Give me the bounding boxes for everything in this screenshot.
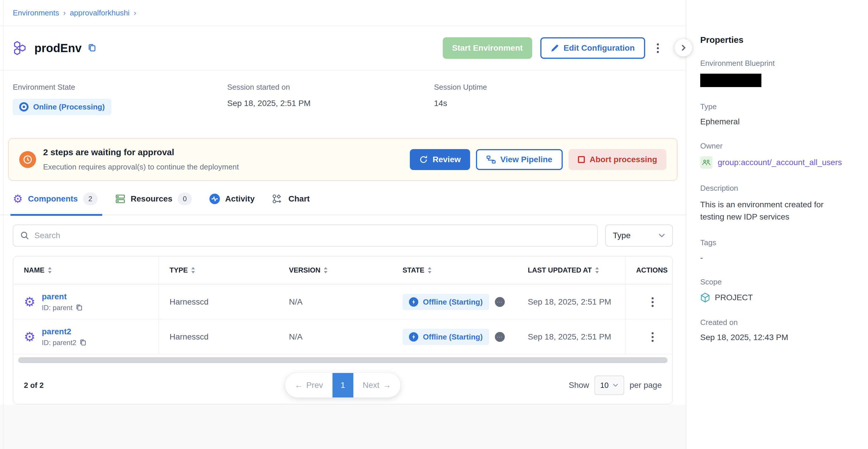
collapse-panel-button[interactable]: [675, 39, 692, 57]
arrow-right-icon: →: [383, 381, 391, 390]
table-header-row: NAME TYPE VERSION STATE: [13, 257, 672, 285]
type-filter-dropdown[interactable]: Type: [605, 224, 673, 247]
environment-hexagons-icon: [13, 40, 29, 56]
stop-icon: [578, 156, 585, 163]
blueprint-label: Environment Blueprint: [700, 59, 856, 68]
blueprint-value-redacted: [700, 74, 762, 87]
main-bottom-spacer: [0, 405, 686, 449]
table-row: ⚙ parent2 ID: parent2 Harnesscd N/A: [13, 319, 672, 354]
component-last-updated: Sep 18, 2025, 2:51 PM: [517, 285, 625, 319]
environment-meta: Environment State Online (Processing) Se…: [0, 70, 686, 138]
table-row: ⚙ parent ID: parent Harnesscd N/A: [13, 285, 672, 319]
search-icon: [21, 231, 29, 240]
view-pipeline-button[interactable]: View Pipeline: [476, 149, 563, 170]
environment-state-badge: Online (Processing): [13, 99, 111, 115]
horizontal-scrollbar[interactable]: [18, 357, 668, 363]
sort-icon: [48, 267, 52, 274]
next-page-button[interactable]: Next →: [353, 373, 401, 397]
owner-group-link[interactable]: group:account/_account_all_users: [718, 158, 842, 167]
chevron-down-icon: [613, 383, 618, 387]
state-loading-icon: ...: [495, 332, 505, 342]
edit-configuration-button[interactable]: Edit Configuration: [540, 37, 645, 59]
breadcrumb-approvalforkhushi[interactable]: approvalforkhushi: [70, 8, 130, 18]
tab-components[interactable]: ⚙ Components 2: [13, 192, 98, 215]
tags-value: -: [700, 253, 856, 262]
pipeline-icon: [487, 156, 496, 164]
header-kebab-menu[interactable]: [653, 41, 662, 55]
main-panel: Environments › approvalforkhushi › prodE…: [0, 0, 686, 449]
review-button[interactable]: Review: [410, 149, 470, 170]
resources-icon: [115, 194, 126, 204]
sort-icon: [427, 267, 432, 274]
clock-icon: [19, 151, 36, 168]
lightning-icon: [409, 332, 418, 342]
sort-icon: [323, 267, 328, 274]
type-value: Ephemeral: [700, 117, 856, 126]
breadcrumb-separator-icon: ›: [134, 8, 136, 18]
column-header-name[interactable]: NAME: [13, 257, 159, 284]
scope-label: Scope: [700, 278, 856, 287]
properties-title: Properties: [700, 35, 856, 45]
abort-processing-button[interactable]: Abort processing: [568, 149, 666, 170]
description-label: Description: [700, 184, 856, 193]
left-edge-divider: [3, 0, 3, 449]
gear-icon: ⚙: [13, 193, 23, 204]
copy-title-icon[interactable]: [87, 43, 97, 53]
component-gear-icon: ⚙: [24, 295, 35, 308]
session-uptime-label: Session Uptime: [434, 83, 487, 92]
tab-activity[interactable]: Activity: [210, 192, 255, 215]
page-title: prodEnv: [34, 42, 82, 55]
component-name-link[interactable]: parent2: [42, 327, 87, 336]
arrow-left-icon: ←: [294, 381, 303, 390]
chevron-down-icon: [658, 233, 665, 238]
column-header-version[interactable]: VERSION: [278, 257, 392, 284]
tab-resources[interactable]: Resources 0: [115, 192, 192, 215]
column-header-last-updated[interactable]: LAST UPDATED AT: [517, 257, 625, 284]
show-label: Show: [568, 381, 589, 390]
sort-icon: [191, 267, 195, 274]
component-id: ID: parent: [42, 304, 72, 312]
pagination-pager: ← Prev 1 Next →: [285, 373, 400, 397]
copy-id-icon[interactable]: [75, 304, 83, 312]
resources-count-badge: 0: [178, 192, 192, 205]
breadcrumb-environments[interactable]: Environments: [13, 8, 59, 18]
copy-id-icon[interactable]: [79, 339, 87, 347]
start-environment-button[interactable]: Start Environment: [443, 37, 532, 59]
component-gear-icon: ⚙: [24, 330, 35, 343]
search-box: [13, 224, 598, 247]
lightning-icon: [409, 297, 418, 307]
column-header-state[interactable]: STATE: [392, 257, 517, 284]
tab-chart[interactable]: Chart: [272, 192, 310, 215]
components-toolbar: Type: [13, 224, 673, 247]
search-input[interactable]: [34, 231, 590, 240]
environment-details-page: Environments › approvalforkhushi › prodE…: [0, 0, 868, 449]
session-started-label: Session started on: [227, 83, 310, 92]
page-header: prodEnv Start Environment: [0, 26, 686, 70]
refresh-icon: [419, 155, 428, 164]
component-version: N/A: [278, 319, 392, 354]
component-type: Harnesscd: [159, 285, 278, 319]
banner-subtitle: Execution requires approval(s) to contin…: [43, 162, 239, 171]
cube-icon: [700, 292, 710, 303]
properties-panel: Properties Environment Blueprint Type Ep…: [686, 0, 867, 449]
components-table: NAME TYPE VERSION STATE: [13, 256, 673, 405]
created-on-value: Sep 18, 2025, 12:43 PM: [700, 333, 856, 342]
scope-value: PROJECT: [715, 293, 753, 302]
column-header-actions: ACTIONS: [625, 257, 678, 284]
session-uptime-value: 14s: [434, 99, 487, 108]
row-kebab-menu[interactable]: [648, 330, 657, 344]
component-name-link[interactable]: parent: [42, 292, 83, 301]
per-page-select[interactable]: 10: [594, 376, 624, 395]
sort-icon: [595, 267, 599, 274]
description-value: This is an environment created for testi…: [700, 199, 846, 223]
component-last-updated: Sep 18, 2025, 2:51 PM: [517, 319, 625, 354]
tags-label: Tags: [700, 238, 856, 247]
approval-banner: 2 steps are waiting for approval Executi…: [8, 138, 678, 181]
environment-state-label: Environment State: [13, 83, 111, 92]
type-label: Type: [700, 102, 856, 111]
column-header-type[interactable]: TYPE: [159, 257, 278, 284]
row-kebab-menu[interactable]: [648, 295, 657, 309]
page-number-button[interactable]: 1: [332, 373, 353, 397]
per-page-label: per page: [629, 381, 662, 390]
prev-page-button[interactable]: ← Prev: [285, 373, 332, 397]
